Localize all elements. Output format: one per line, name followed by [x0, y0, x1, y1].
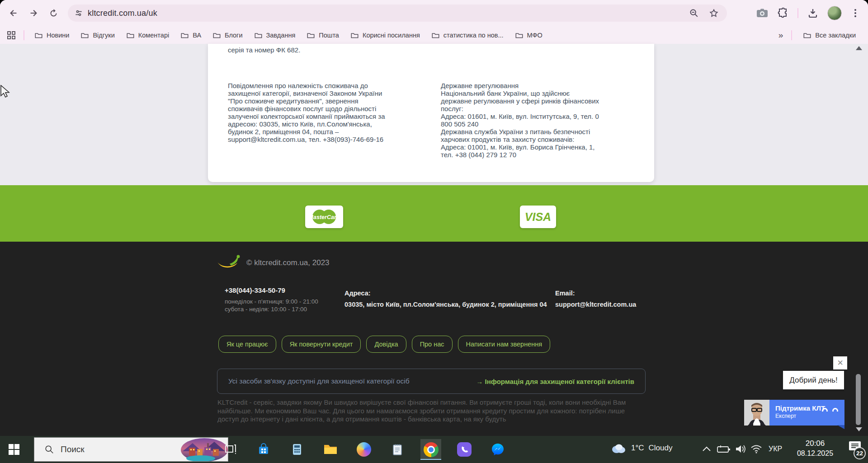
- folder-icon: [255, 32, 262, 38]
- volume-icon[interactable]: [735, 444, 747, 454]
- bookmark-folder-statystyka[interactable]: статистика по нов...: [426, 28, 509, 42]
- task-view-button[interactable]: [220, 439, 241, 460]
- how-to-repay-button[interactable]: Як повернути кредит: [282, 336, 361, 353]
- regulatory-card: серія та номер ФК 682. Повідомлення про …: [208, 44, 654, 182]
- apps-grid-button[interactable]: [0, 31, 15, 39]
- agent-role: Експерт: [775, 413, 844, 419]
- tune-icon[interactable]: [74, 9, 83, 18]
- help-button[interactable]: Довідка: [366, 336, 406, 353]
- search-placeholder: Поиск: [61, 444, 85, 454]
- notification-center-button[interactable]: 22: [848, 440, 862, 454]
- protected-category-link[interactable]: → Інформація для захищеної категорії клі…: [476, 378, 634, 385]
- about-service-text: KLTCredit - сервіс, завдяки якому Ви шви…: [217, 398, 644, 424]
- search-icon: [44, 444, 54, 454]
- weather-condition: Cloudy: [649, 444, 673, 453]
- smiley-eyes-icon: [822, 408, 838, 412]
- bookmark-folder-korysni[interactable]: Корисні посилання: [345, 28, 426, 42]
- address-label: Адреса:: [344, 290, 371, 297]
- menu-kebab-icon[interactable]: [851, 8, 860, 18]
- language-indicator[interactable]: УКР: [769, 445, 782, 453]
- mastercard-logo: MasterCard: [305, 206, 343, 228]
- windows-logo-icon: [9, 444, 19, 455]
- bookmark-star-icon[interactable]: [709, 8, 719, 18]
- chat-bubble-tail: [837, 425, 844, 429]
- footer-email[interactable]: support@kltcredit.com.ua: [555, 301, 636, 308]
- clock-date: 08.12.2025: [790, 449, 840, 458]
- scrollbar-thumb[interactable]: [856, 374, 861, 425]
- camera-icon[interactable]: [756, 8, 769, 19]
- folder-icon: [181, 32, 189, 38]
- bookmark-folder-komentari[interactable]: Коментарі: [121, 28, 175, 42]
- forward-button[interactable]: [26, 6, 41, 20]
- bookmark-folder-mfo[interactable]: МФО: [509, 28, 548, 42]
- microsoft-store-button[interactable]: [253, 439, 274, 460]
- url-text: kltcredit.com.ua/uk: [88, 9, 157, 18]
- bookmark-folder-blohy[interactable]: Блоги: [207, 28, 248, 42]
- folder-icon: [515, 32, 523, 38]
- screen: kltcredit.com.ua/uk: [0, 0, 868, 463]
- browser-toolbar: kltcredit.com.ua/uk: [0, 0, 868, 26]
- folder-icon: [307, 32, 315, 38]
- payments-band: MasterCard VISA: [0, 185, 868, 242]
- about-us-button[interactable]: Про нас: [412, 336, 453, 353]
- chat-greeting: Добрий день!: [783, 371, 844, 389]
- weather-temp: 1°C: [631, 444, 644, 453]
- profile-avatar[interactable]: [827, 6, 842, 20]
- wifi-icon[interactable]: [750, 444, 762, 454]
- file-explorer-button[interactable]: [320, 439, 341, 460]
- viber-icon: [457, 442, 472, 457]
- start-button[interactable]: [0, 436, 28, 463]
- bookmark-folder-va[interactable]: ВА: [175, 28, 207, 42]
- bookmark-folder-zavdannia[interactable]: Завдання: [249, 28, 302, 42]
- tray-clock[interactable]: 20:06 08.12.2025: [790, 439, 840, 458]
- zoom-out-icon[interactable]: [689, 8, 699, 18]
- messenger-button[interactable]: [487, 439, 508, 460]
- bookmarks-overflow-button[interactable]: »: [775, 30, 786, 40]
- notification-badge: 22: [854, 447, 866, 459]
- bookmarks-bar: Новини Відгуки Коментарі ВА Блоги Завдан…: [0, 26, 868, 44]
- calculator-button[interactable]: [287, 439, 307, 460]
- tray-chevron-icon[interactable]: [702, 446, 712, 452]
- toolbar-separator: [797, 8, 798, 18]
- scrollbar-down-arrow[interactable]: [856, 427, 862, 431]
- bookmark-folder-vidhuky[interactable]: Відгуки: [75, 28, 120, 42]
- weather-widget[interactable]: 1°C Cloudy: [610, 442, 672, 454]
- chat-agent-panel[interactable]: Підтримка КЛТ Експерт: [744, 400, 844, 426]
- reload-button[interactable]: [46, 6, 61, 20]
- extensions-icon[interactable]: [778, 8, 788, 19]
- klt-logo-icon: [216, 254, 241, 270]
- visa-logo: VISA: [520, 206, 556, 228]
- notepad-button[interactable]: [387, 439, 408, 460]
- email-label: Email:: [555, 290, 575, 297]
- site-footer: © kltcredit.com.ua, 2023 +38(044)-334-50…: [0, 242, 868, 436]
- svg-text:MasterCard: MasterCard: [309, 214, 340, 220]
- bookmarks-separator: [24, 30, 24, 40]
- back-button[interactable]: [6, 6, 21, 20]
- download-icon[interactable]: [807, 8, 818, 19]
- url-bar[interactable]: kltcredit.com.ua/uk: [68, 5, 727, 22]
- browser-window: kltcredit.com.ua/uk: [0, 0, 868, 436]
- task-view-icon: [224, 443, 237, 456]
- scrollbar-up-arrow[interactable]: [856, 46, 862, 50]
- all-bookmarks-button[interactable]: Все закладки: [797, 28, 862, 42]
- protected-category-box: Усі засоби зв'язку доступні для захищено…: [217, 369, 646, 394]
- write-to-us-button[interactable]: Написати нам звернення: [458, 336, 551, 353]
- footer-phone[interactable]: +38(044)-334-50-79: [225, 286, 285, 294]
- footer-nav: Як це працює Як повернути кредит Довідка…: [218, 336, 550, 353]
- chat-close-button[interactable]: ✕: [833, 356, 847, 369]
- folder-icon: [803, 32, 811, 38]
- footer-address: 03035, місто Київ, пл.Солом'янська, буди…: [344, 301, 552, 308]
- license-note: серія та номер ФК 682.: [228, 46, 300, 54]
- windows-taskbar: Поиск: [0, 436, 868, 463]
- cloud-icon: [610, 442, 627, 454]
- copilot-button[interactable]: [354, 439, 374, 460]
- mastercard-icon: MasterCard: [308, 207, 340, 226]
- viber-button[interactable]: [454, 439, 475, 460]
- battery-icon[interactable]: [717, 445, 731, 453]
- bookmark-folder-novyny[interactable]: Новини: [29, 28, 75, 42]
- footer-hours: понеділок - п'ятниця: 9:00 - 21:00 субот…: [225, 298, 318, 313]
- bookmark-folder-poshta[interactable]: Пошта: [301, 28, 345, 42]
- chrome-button[interactable]: [420, 439, 441, 460]
- how-it-works-button[interactable]: Як це працює: [218, 336, 276, 353]
- taskbar-search[interactable]: Поиск: [34, 437, 228, 462]
